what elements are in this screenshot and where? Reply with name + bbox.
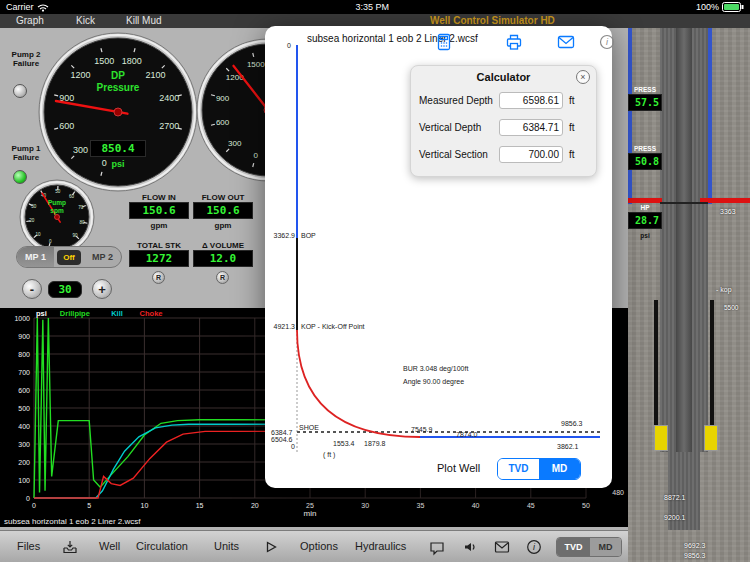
plot-toggle-tvd[interactable]: TVD bbox=[498, 459, 539, 479]
toolbar-toggle-md[interactable]: MD bbox=[590, 538, 621, 556]
wifi-icon bbox=[37, 3, 49, 12]
svg-text:Choke: Choke bbox=[140, 309, 163, 318]
status-bar: Carrier 3:35 PM 100% bbox=[0, 0, 750, 14]
menu-graph[interactable]: Graph bbox=[16, 15, 44, 26]
bop-depth: 3362.9 bbox=[265, 232, 295, 239]
svg-text:min: min bbox=[304, 509, 317, 518]
svg-text:100: 100 bbox=[18, 477, 30, 484]
svg-text:600: 600 bbox=[18, 387, 30, 394]
menu-kill-mud[interactable]: Kill Mud bbox=[126, 15, 162, 26]
flow-in-unit: gpm bbox=[128, 221, 190, 230]
liner-hanger-left bbox=[654, 425, 668, 451]
svg-text:480: 480 bbox=[612, 489, 624, 496]
envelope-icon[interactable] bbox=[494, 540, 510, 554]
xaxis-1879: 1879.8 bbox=[364, 440, 385, 447]
flow-in-label: FLOW IN bbox=[128, 193, 190, 202]
svg-text:50: 50 bbox=[582, 502, 590, 509]
toolbar-toggle-tvd[interactable]: TVD bbox=[557, 538, 590, 556]
clock: 3:35 PM bbox=[355, 2, 389, 12]
plot-toggle-md[interactable]: MD bbox=[539, 459, 580, 479]
depth-label-4: 9856.3 bbox=[684, 552, 705, 559]
toolbar-options[interactable]: Options bbox=[300, 540, 338, 552]
toolbar-info-icon[interactable]: i bbox=[526, 539, 542, 555]
kop-marker-label: - kop bbox=[716, 286, 732, 293]
toolbar-files[interactable]: Files bbox=[17, 540, 40, 552]
plot-well-label: Plot Well bbox=[437, 462, 480, 474]
pump-spm-gauge: 0102030405060708090 Pump spm bbox=[19, 179, 95, 255]
hp-value: 28.7 bbox=[628, 212, 662, 229]
spm-decrease-button[interactable]: - bbox=[22, 279, 42, 299]
menu-kick[interactable]: Kick bbox=[76, 15, 95, 26]
play-icon[interactable] bbox=[263, 539, 279, 555]
kop-depth-label: 5500 bbox=[724, 304, 738, 311]
toolbar-circulation[interactable]: Circulation bbox=[136, 540, 188, 552]
speaker-icon[interactable] bbox=[462, 539, 478, 555]
casing-left bbox=[654, 300, 658, 445]
delta-volume-reset-button[interactable]: R bbox=[216, 271, 229, 284]
svg-text:2700: 2700 bbox=[159, 121, 179, 131]
seabed-line bbox=[660, 202, 708, 204]
bottom-toolbar: Files Well Circulation Units Options Hyd… bbox=[0, 530, 628, 562]
toolbar-well[interactable]: Well bbox=[99, 540, 120, 552]
mud-pump-toggle: MP 1 Off MP 2 bbox=[16, 246, 122, 268]
mid-md-label: 7874.0 bbox=[456, 431, 477, 438]
total-stk-label: TOTAL STK bbox=[128, 241, 190, 250]
total-stk-reset-button[interactable]: R bbox=[152, 271, 165, 284]
svg-text:10: 10 bbox=[141, 502, 149, 509]
mp2-segment[interactable]: MP 2 bbox=[84, 252, 121, 262]
svg-text:700: 700 bbox=[18, 369, 30, 376]
svg-text:35: 35 bbox=[417, 502, 425, 509]
svg-text:500: 500 bbox=[18, 405, 30, 412]
svg-text:1000: 1000 bbox=[14, 315, 30, 322]
depth-label-1: 8872.1 bbox=[664, 494, 685, 501]
well-profile-plot bbox=[270, 40, 607, 460]
svg-text:15: 15 bbox=[196, 502, 204, 509]
bur-annotation: BUR 3.048 deg/100ft bbox=[403, 365, 468, 372]
shoe-label: SHOE bbox=[299, 424, 319, 431]
riser-line-left bbox=[628, 28, 632, 204]
xaxis-unit: ( ft ) bbox=[323, 451, 335, 458]
svg-text:5: 5 bbox=[87, 502, 91, 509]
svg-text:800: 800 bbox=[18, 351, 30, 358]
svg-text:Drillpipe: Drillpipe bbox=[60, 309, 90, 318]
depth-label-2: 9200.1 bbox=[664, 514, 685, 521]
press1-value: 57.5 bbox=[628, 94, 662, 111]
well-control-simulator-app: Carrier 3:35 PM 100% Graph Kick Kill Mud… bbox=[0, 0, 750, 562]
spm-increase-button[interactable]: + bbox=[92, 279, 112, 299]
svg-text:900: 900 bbox=[216, 94, 230, 103]
xaxis-1553: 1553.4 bbox=[333, 440, 354, 447]
kop-depth: 4921.3 bbox=[265, 323, 295, 330]
toolbar-units[interactable]: Units bbox=[214, 540, 239, 552]
svg-text:10: 10 bbox=[35, 232, 41, 237]
toolbar-hydraulics[interactable]: Hydraulics bbox=[355, 540, 406, 552]
svg-text:90: 90 bbox=[72, 233, 78, 238]
svg-text:2400: 2400 bbox=[159, 93, 179, 103]
chart-filename: subsea horizontal 1 eob 2 Liner 2.wcsf bbox=[4, 517, 141, 526]
casing-right bbox=[710, 300, 714, 445]
svg-text:i: i bbox=[533, 542, 536, 552]
press2-value: 50.8 bbox=[628, 153, 662, 170]
flow-out-unit: gpm bbox=[192, 221, 254, 230]
press2-label: PRESS bbox=[628, 145, 662, 152]
pump-off-badge[interactable]: Off bbox=[57, 250, 81, 265]
svg-text:600: 600 bbox=[59, 121, 74, 131]
total-stk-value: 1272 bbox=[129, 250, 189, 267]
chat-icon[interactable] bbox=[429, 540, 445, 556]
svg-text:30: 30 bbox=[361, 502, 369, 509]
pump1-failure-label: Pump 1 Failure bbox=[2, 144, 50, 162]
carrier-label: Carrier bbox=[6, 2, 34, 12]
svg-text:Kill: Kill bbox=[111, 309, 123, 318]
export-tray-icon[interactable] bbox=[62, 539, 78, 555]
tvd-end-label: 6384.7 bbox=[271, 429, 292, 436]
press1-label: PRESS bbox=[628, 86, 662, 93]
battery-icon bbox=[722, 2, 744, 12]
flow-out-label: FLOW OUT bbox=[192, 193, 254, 202]
flow-in-value: 150.6 bbox=[129, 202, 189, 219]
eob-md-label: 7545.9 bbox=[411, 426, 432, 433]
pump-gauge-label1: Pump bbox=[19, 199, 95, 206]
svg-text:300: 300 bbox=[228, 139, 242, 148]
spm-setpoint-value: 30 bbox=[48, 281, 82, 298]
battery-percent: 100% bbox=[696, 2, 719, 12]
mp1-segment[interactable]: MP 1 bbox=[17, 247, 54, 267]
pump2-failure-led[interactable] bbox=[13, 84, 27, 98]
